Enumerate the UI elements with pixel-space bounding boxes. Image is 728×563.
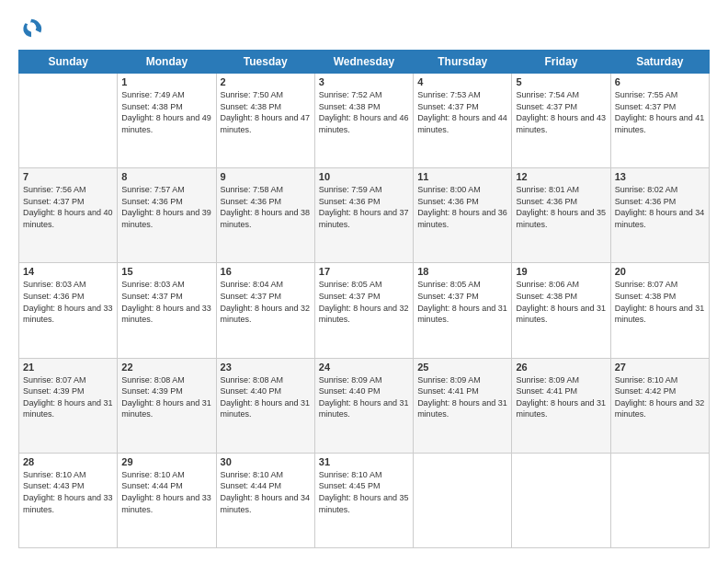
- cell-info: Sunrise: 8:05 AMSunset: 4:37 PMDaylight:…: [417, 279, 507, 325]
- weekday-header-wednesday: Wednesday: [314, 51, 413, 74]
- calendar-cell: 27Sunrise: 8:10 AMSunset: 4:42 PMDayligh…: [610, 358, 709, 453]
- calendar-cell: 5Sunrise: 7:54 AMSunset: 4:37 PMDaylight…: [512, 74, 610, 168]
- calendar-cell: 17Sunrise: 8:05 AMSunset: 4:37 PMDayligh…: [314, 263, 413, 358]
- cell-info: Sunrise: 8:07 AMSunset: 4:38 PMDaylight:…: [615, 279, 705, 325]
- cell-info: Sunrise: 8:09 AMSunset: 4:41 PMDaylight:…: [417, 374, 507, 420]
- week-row-0: 1Sunrise: 7:49 AMSunset: 4:38 PMDaylight…: [19, 74, 710, 168]
- cell-info: Sunrise: 8:03 AMSunset: 4:37 PMDaylight:…: [121, 279, 211, 325]
- calendar-cell: 7Sunrise: 7:56 AMSunset: 4:37 PMDaylight…: [19, 168, 118, 263]
- calendar-cell: [610, 453, 709, 547]
- day-number: 7: [23, 171, 113, 182]
- calendar-cell: 1Sunrise: 7:49 AMSunset: 4:38 PMDaylight…: [118, 74, 216, 168]
- day-number: 28: [23, 456, 113, 467]
- day-number: 1: [121, 76, 211, 87]
- calendar-cell: 15Sunrise: 8:03 AMSunset: 4:37 PMDayligh…: [118, 263, 216, 358]
- day-number: 11: [417, 171, 507, 182]
- calendar-cell: 26Sunrise: 8:09 AMSunset: 4:41 PMDayligh…: [512, 358, 610, 453]
- day-number: 9: [221, 171, 311, 182]
- logo: [18, 15, 48, 40]
- calendar-cell: 16Sunrise: 8:04 AMSunset: 4:37 PMDayligh…: [216, 263, 314, 358]
- calendar-cell: [19, 74, 118, 168]
- day-number: 31: [319, 456, 409, 467]
- calendar-cell: 6Sunrise: 7:55 AMSunset: 4:37 PMDaylight…: [610, 74, 709, 168]
- day-number: 17: [319, 266, 409, 277]
- calendar-cell: 23Sunrise: 8:08 AMSunset: 4:40 PMDayligh…: [216, 358, 314, 453]
- cell-info: Sunrise: 7:54 AMSunset: 4:37 PMDaylight:…: [516, 89, 606, 135]
- day-number: 2: [221, 76, 311, 87]
- calendar-cell: 31Sunrise: 8:10 AMSunset: 4:45 PMDayligh…: [314, 453, 413, 547]
- cell-info: Sunrise: 7:49 AMSunset: 4:38 PMDaylight:…: [121, 89, 211, 135]
- logo-icon: [18, 15, 44, 40]
- cell-info: Sunrise: 8:10 AMSunset: 4:43 PMDaylight:…: [23, 469, 113, 515]
- cell-info: Sunrise: 8:06 AMSunset: 4:38 PMDaylight:…: [516, 279, 606, 325]
- day-number: 22: [121, 362, 211, 373]
- weekday-header-row: SundayMondayTuesdayWednesdayThursdayFrid…: [19, 51, 710, 74]
- day-number: 20: [615, 266, 705, 277]
- cell-info: Sunrise: 8:04 AMSunset: 4:37 PMDaylight:…: [221, 279, 311, 325]
- cell-info: Sunrise: 8:02 AMSunset: 4:36 PMDaylight:…: [615, 184, 705, 230]
- calendar-table: SundayMondayTuesdayWednesdayThursdayFrid…: [18, 50, 710, 548]
- cell-info: Sunrise: 7:52 AMSunset: 4:38 PMDaylight:…: [319, 89, 409, 135]
- calendar-cell: 21Sunrise: 8:07 AMSunset: 4:39 PMDayligh…: [19, 358, 118, 453]
- day-number: 15: [121, 266, 211, 277]
- cell-info: Sunrise: 7:59 AMSunset: 4:36 PMDaylight:…: [319, 184, 409, 230]
- weekday-header-tuesday: Tuesday: [216, 51, 314, 74]
- cell-info: Sunrise: 8:03 AMSunset: 4:36 PMDaylight:…: [23, 279, 113, 325]
- day-number: 3: [319, 76, 409, 87]
- cell-info: Sunrise: 8:09 AMSunset: 4:40 PMDaylight:…: [319, 374, 409, 420]
- day-number: 13: [615, 171, 705, 182]
- day-number: 16: [221, 266, 311, 277]
- cell-info: Sunrise: 7:56 AMSunset: 4:37 PMDaylight:…: [23, 184, 113, 230]
- calendar-cell: 4Sunrise: 7:53 AMSunset: 4:37 PMDaylight…: [414, 74, 512, 168]
- day-number: 12: [516, 171, 606, 182]
- cell-info: Sunrise: 8:10 AMSunset: 4:42 PMDaylight:…: [615, 374, 705, 420]
- day-number: 4: [417, 76, 507, 87]
- weekday-header-sunday: Sunday: [19, 51, 118, 74]
- calendar-cell: 19Sunrise: 8:06 AMSunset: 4:38 PMDayligh…: [512, 263, 610, 358]
- day-number: 26: [516, 362, 606, 373]
- day-number: 25: [417, 362, 507, 373]
- cell-info: Sunrise: 7:55 AMSunset: 4:37 PMDaylight:…: [615, 89, 705, 135]
- cell-info: Sunrise: 8:00 AMSunset: 4:36 PMDaylight:…: [417, 184, 507, 230]
- week-row-3: 21Sunrise: 8:07 AMSunset: 4:39 PMDayligh…: [19, 358, 710, 453]
- calendar-cell: 29Sunrise: 8:10 AMSunset: 4:44 PMDayligh…: [118, 453, 216, 547]
- calendar-cell: 30Sunrise: 8:10 AMSunset: 4:44 PMDayligh…: [216, 453, 314, 547]
- cell-info: Sunrise: 8:10 AMSunset: 4:44 PMDaylight:…: [121, 469, 211, 515]
- cell-info: Sunrise: 7:58 AMSunset: 4:36 PMDaylight:…: [221, 184, 311, 230]
- day-number: 10: [319, 171, 409, 182]
- weekday-header-thursday: Thursday: [414, 51, 512, 74]
- calendar-cell: 24Sunrise: 8:09 AMSunset: 4:40 PMDayligh…: [314, 358, 413, 453]
- calendar-cell: 11Sunrise: 8:00 AMSunset: 4:36 PMDayligh…: [414, 168, 512, 263]
- calendar-cell: 10Sunrise: 7:59 AMSunset: 4:36 PMDayligh…: [314, 168, 413, 263]
- calendar-cell: 2Sunrise: 7:50 AMSunset: 4:38 PMDaylight…: [216, 74, 314, 168]
- weekday-header-monday: Monday: [118, 51, 216, 74]
- calendar-cell: 25Sunrise: 8:09 AMSunset: 4:41 PMDayligh…: [414, 358, 512, 453]
- calendar-cell: [512, 453, 610, 547]
- weekday-header-saturday: Saturday: [610, 51, 709, 74]
- day-number: 5: [516, 76, 606, 87]
- cell-info: Sunrise: 8:07 AMSunset: 4:39 PMDaylight:…: [23, 374, 113, 420]
- calendar-cell: 18Sunrise: 8:05 AMSunset: 4:37 PMDayligh…: [414, 263, 512, 358]
- cell-info: Sunrise: 7:53 AMSunset: 4:37 PMDaylight:…: [417, 89, 507, 135]
- calendar-cell: 22Sunrise: 8:08 AMSunset: 4:39 PMDayligh…: [118, 358, 216, 453]
- week-row-2: 14Sunrise: 8:03 AMSunset: 4:36 PMDayligh…: [19, 263, 710, 358]
- cell-info: Sunrise: 8:08 AMSunset: 4:39 PMDaylight:…: [121, 374, 211, 420]
- header: [18, 15, 710, 40]
- day-number: 19: [516, 266, 606, 277]
- cell-info: Sunrise: 8:09 AMSunset: 4:41 PMDaylight:…: [516, 374, 606, 420]
- calendar-cell: 8Sunrise: 7:57 AMSunset: 4:36 PMDaylight…: [118, 168, 216, 263]
- week-row-1: 7Sunrise: 7:56 AMSunset: 4:37 PMDaylight…: [19, 168, 710, 263]
- day-number: 21: [23, 362, 113, 373]
- day-number: 27: [615, 362, 705, 373]
- day-number: 8: [121, 171, 211, 182]
- day-number: 14: [23, 266, 113, 277]
- calendar-cell: 13Sunrise: 8:02 AMSunset: 4:36 PMDayligh…: [610, 168, 709, 263]
- calendar-cell: 9Sunrise: 7:58 AMSunset: 4:36 PMDaylight…: [216, 168, 314, 263]
- day-number: 6: [615, 76, 705, 87]
- cell-info: Sunrise: 7:50 AMSunset: 4:38 PMDaylight:…: [221, 89, 311, 135]
- weekday-header-friday: Friday: [512, 51, 610, 74]
- day-number: 18: [417, 266, 507, 277]
- day-number: 23: [221, 362, 311, 373]
- cell-info: Sunrise: 8:01 AMSunset: 4:36 PMDaylight:…: [516, 184, 606, 230]
- page: SundayMondayTuesdayWednesdayThursdayFrid…: [0, 0, 728, 563]
